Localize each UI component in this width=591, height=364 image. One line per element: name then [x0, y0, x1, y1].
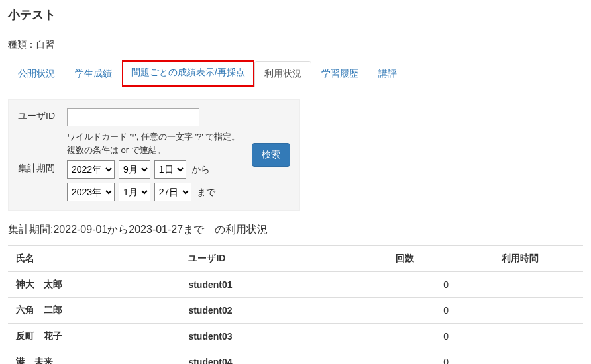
tab-publish-status[interactable]: 公開状況	[8, 61, 65, 87]
cell-user-id: student02	[180, 298, 352, 324]
th-count: 回数	[353, 246, 457, 272]
cell-time	[457, 298, 583, 324]
cell-name: 神大 太郎	[8, 272, 180, 298]
period-label: 集計期間	[18, 160, 67, 175]
th-time: 利用時間	[457, 246, 583, 272]
type-label: 種類：	[8, 39, 36, 50]
user-id-hint: ワイルドカード '*', 任意の一文字 '?' で指定。 複数の条件は or で…	[67, 130, 240, 156]
from-day-select[interactable]: 1日	[154, 160, 186, 179]
usage-table: 氏名 ユーザID 回数 利用時間 神大 太郎 student01 0 六角 二郎…	[8, 245, 583, 364]
cell-time	[457, 349, 583, 365]
to-suffix: まで	[197, 187, 215, 197]
filter-panel: ユーザID ワイルドカード '*', 任意の一文字 '?' で指定。 複数の条件…	[8, 99, 300, 211]
type-value: 自習	[36, 39, 54, 50]
to-month-select[interactable]: 1月	[119, 183, 150, 201]
search-button[interactable]: 検索	[252, 143, 290, 167]
table-row: 神大 太郎 student01 0	[8, 272, 583, 298]
cell-count: 0	[353, 324, 457, 349]
cell-time	[457, 324, 583, 349]
cell-user-id: student01	[180, 272, 352, 298]
tab-question-grades[interactable]: 問題ごとの成績表示/再採点	[122, 60, 254, 87]
cell-count: 0	[353, 349, 457, 365]
date-from-line: 2022年 9月 1日 から	[67, 160, 215, 179]
user-id-input[interactable]	[67, 108, 199, 126]
cell-count: 0	[353, 298, 457, 324]
tab-comments[interactable]: 講評	[368, 61, 407, 87]
from-month-select[interactable]: 9月	[119, 160, 150, 179]
tab-usage[interactable]: 利用状況	[254, 61, 311, 87]
divider	[8, 28, 583, 28]
cell-name: 反町 花子	[8, 324, 180, 349]
th-name: 氏名	[8, 246, 180, 272]
date-to-line: 2023年 1月 27日 まで	[67, 183, 215, 201]
cell-user-id: student03	[180, 324, 352, 349]
tab-student-grades[interactable]: 学生成績	[65, 61, 122, 87]
table-row: 六角 二郎 student02 0	[8, 298, 583, 324]
cell-name: 港 未来	[8, 349, 180, 365]
table-row: 反町 花子 student03 0	[8, 324, 583, 349]
table-row: 港 未来 student04 0	[8, 349, 583, 365]
type-line: 種類：自習	[8, 39, 583, 51]
to-day-select[interactable]: 27日	[154, 183, 191, 201]
user-id-label: ユーザID	[18, 108, 67, 122]
th-user-id: ユーザID	[180, 246, 352, 272]
to-year-select[interactable]: 2023年	[67, 183, 115, 201]
tab-learning-history[interactable]: 学習履歴	[311, 61, 368, 87]
summary-text: 集計期間:2022-09-01から2023-01-27まで の利用状況	[8, 223, 583, 237]
cell-name: 六角 二郎	[8, 298, 180, 324]
cell-time	[457, 272, 583, 298]
cell-user-id: student04	[180, 349, 352, 365]
page-title: 小テスト	[8, 7, 583, 23]
cell-count: 0	[353, 272, 457, 298]
from-suffix: から	[191, 164, 210, 175]
from-year-select[interactable]: 2022年	[67, 160, 115, 179]
tabs: 公開状況 学生成績 問題ごとの成績表示/再採点 利用状況 学習履歴 講評	[8, 60, 583, 87]
